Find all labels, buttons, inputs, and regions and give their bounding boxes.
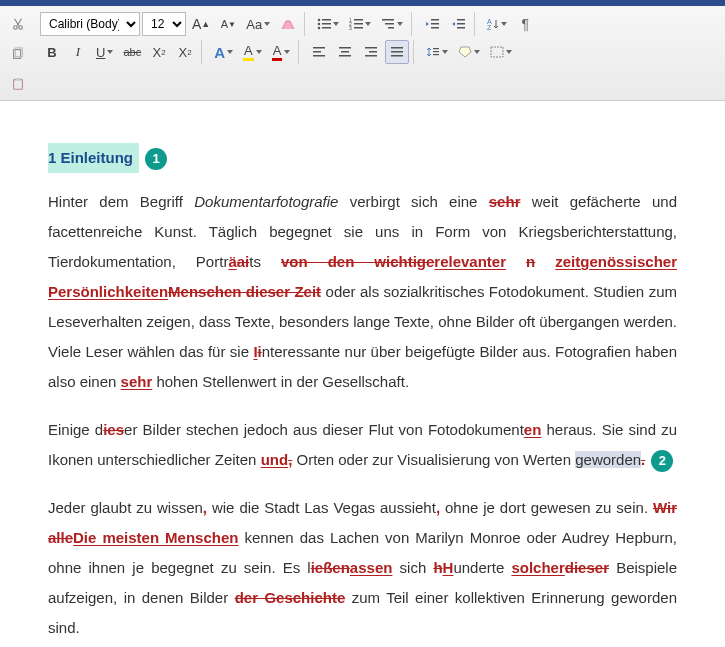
highlighted-text: geworden — [575, 451, 641, 468]
inserted-text: sehr — [121, 373, 153, 390]
svg-rect-31 — [313, 55, 325, 57]
multilevel-list-button[interactable] — [377, 12, 407, 36]
svg-rect-23 — [431, 27, 439, 29]
inserted-text: Die meisten Menschen — [73, 529, 238, 546]
number-list-button[interactable]: 123 — [345, 12, 375, 36]
toolbar: Calibri (Body) 12 A▲ A▼ Aa 123 AZ — [0, 6, 725, 101]
svg-point-8 — [318, 23, 321, 26]
svg-rect-9 — [322, 23, 331, 25]
svg-rect-4 — [14, 80, 23, 90]
copy-icon[interactable] — [6, 42, 30, 66]
svg-rect-42 — [433, 51, 439, 52]
svg-rect-11 — [322, 27, 331, 29]
clipboard-tools — [6, 10, 36, 96]
highlight-button[interactable]: A — [239, 40, 266, 64]
svg-rect-33 — [341, 51, 349, 53]
clear-format-button[interactable] — [276, 12, 300, 36]
deleted-text: n — [526, 253, 535, 270]
paragraph-1: Hinter dem Begriff Dokumentarfotografie … — [48, 187, 677, 397]
deleted-text: von den wichtige — [281, 253, 434, 270]
svg-rect-38 — [391, 47, 403, 49]
inserted-text: assen — [350, 559, 393, 576]
svg-rect-25 — [457, 23, 465, 25]
align-justify-button[interactable] — [385, 40, 409, 64]
strike-button[interactable]: abc — [119, 40, 145, 64]
inserted-text: H — [443, 559, 454, 576]
borders-button[interactable] — [486, 40, 516, 64]
svg-rect-36 — [369, 51, 377, 53]
font-size-select[interactable]: 12 — [142, 12, 186, 36]
svg-text:3: 3 — [349, 25, 352, 30]
heading-1: 1 Einleitung — [48, 143, 139, 173]
svg-point-6 — [318, 19, 321, 22]
font-color-button[interactable]: A — [268, 40, 295, 64]
paste-icon[interactable] — [6, 72, 30, 96]
shading-button[interactable] — [454, 40, 484, 64]
svg-rect-41 — [433, 48, 439, 49]
svg-rect-37 — [365, 55, 377, 57]
cut-icon[interactable] — [6, 12, 30, 36]
svg-rect-35 — [365, 47, 377, 49]
svg-rect-40 — [391, 55, 403, 57]
deleted-text: . — [641, 451, 645, 468]
svg-text:Z: Z — [487, 24, 492, 30]
badge-1: 1 — [145, 148, 167, 170]
svg-rect-21 — [431, 19, 439, 21]
svg-rect-5 — [15, 78, 20, 81]
align-center-button[interactable] — [333, 40, 357, 64]
italic-term: Dokumentarfotografie — [194, 193, 338, 210]
svg-rect-7 — [322, 19, 331, 21]
bullet-list-button[interactable] — [313, 12, 343, 36]
paragraph-3: Jeder glaubt zu wissen, wie die Stadt La… — [48, 493, 677, 643]
deleted-text: ai — [237, 253, 250, 270]
svg-rect-24 — [457, 19, 465, 21]
line-spacing-button[interactable] — [422, 40, 452, 64]
align-right-button[interactable] — [359, 40, 383, 64]
indent-button[interactable] — [446, 12, 470, 36]
svg-point-10 — [318, 27, 321, 30]
svg-rect-29 — [313, 47, 325, 49]
grow-font-button[interactable]: A▲ — [188, 12, 214, 36]
toolbar-row-2: B I U abc X2 X2 A A A — [36, 38, 719, 66]
font-name-select[interactable]: Calibri (Body) — [40, 12, 140, 36]
outdent-button[interactable] — [420, 12, 444, 36]
pilcrow-button[interactable]: ¶ — [513, 12, 537, 36]
svg-rect-18 — [382, 19, 394, 21]
badge-2: 2 — [651, 450, 673, 472]
inserted-text: und — [261, 451, 289, 468]
deleted-text: Menschen dieser Zeit — [168, 283, 321, 300]
shrink-font-button[interactable]: A▼ — [216, 12, 240, 36]
subscript-button[interactable]: X2 — [147, 40, 171, 64]
svg-rect-43 — [433, 54, 439, 55]
inserted-text: solcher — [511, 559, 564, 576]
svg-rect-32 — [339, 47, 351, 49]
svg-rect-44 — [491, 47, 503, 57]
deleted-text: der Geschichte — [235, 589, 346, 606]
svg-rect-15 — [354, 23, 363, 25]
deleted-text: ies — [103, 421, 124, 438]
svg-rect-39 — [391, 51, 403, 53]
inserted-text: relevanter — [434, 253, 506, 270]
deleted-text: ießen — [311, 559, 350, 576]
bold-button[interactable]: B — [40, 40, 64, 64]
text-effects-button[interactable]: A — [210, 40, 237, 64]
sort-button[interactable]: AZ — [483, 12, 511, 36]
change-case-button[interactable]: Aa — [242, 12, 274, 36]
toolbar-row-1: Calibri (Body) 12 A▲ A▼ Aa 123 AZ — [36, 10, 719, 38]
svg-rect-17 — [354, 27, 363, 29]
svg-rect-26 — [457, 27, 465, 29]
align-left-button[interactable] — [307, 40, 331, 64]
paragraph-2: Einige dieser Bilder stechen jedoch aus … — [48, 415, 677, 475]
italic-button[interactable]: I — [66, 40, 90, 64]
svg-rect-30 — [313, 51, 321, 53]
underline-button[interactable]: U — [92, 40, 117, 64]
deleted-text: sehr — [489, 193, 521, 210]
svg-rect-13 — [354, 19, 363, 21]
deleted-text: dieser — [565, 559, 609, 576]
superscript-button[interactable]: X2 — [173, 40, 197, 64]
document-body: 1 Einleitung1 Hinter dem Begriff Dokumen… — [0, 101, 725, 647]
svg-rect-22 — [431, 23, 439, 25]
svg-rect-34 — [339, 55, 351, 57]
deleted-text: h — [433, 559, 442, 576]
inserted-text: en — [524, 421, 542, 438]
